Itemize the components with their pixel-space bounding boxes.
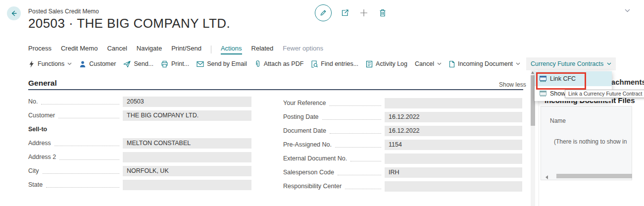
menu-item-credit-memo[interactable]: Credit Memo — [61, 45, 98, 54]
menu-item-cancel[interactable]: Cancel — [107, 45, 127, 54]
horizontal-scrollbar-thumb[interactable] — [556, 174, 632, 178]
field-value-posting-date[interactable]: 16.12.2022 — [385, 112, 522, 122]
dropdown-item-link-cfc[interactable]: Link CFC — [535, 71, 612, 86]
field-value-responsibility-center[interactable] — [385, 181, 522, 192]
toolbar-cancel-button[interactable]: Cancel — [415, 57, 442, 70]
send-icon — [123, 60, 131, 68]
field-row-posting-date: Posting Date 16.12.2022 — [283, 110, 522, 124]
toolbar-functions-button[interactable]: Functions — [28, 57, 72, 70]
field-row-salesperson-code: Salesperson Code IRH — [283, 165, 522, 179]
chevron-down-icon — [67, 62, 72, 65]
menu-item-navigate[interactable]: Navigate — [137, 45, 162, 54]
new-button[interactable] — [358, 7, 369, 18]
field-value-customer[interactable]: THE BIG COMPANY LTD. — [123, 110, 251, 121]
field-value-document-date[interactable]: 16.12.2022 — [385, 126, 522, 136]
dotted-leader — [58, 113, 119, 118]
toolbar-send-label: Send... — [134, 60, 153, 67]
field-label-document-date: Document Date — [283, 127, 326, 134]
page-action-icons — [315, 4, 388, 22]
back-button[interactable] — [7, 6, 21, 20]
toolbar-activity-log-button[interactable]: Activity Log — [366, 57, 407, 70]
document-icon — [449, 60, 455, 68]
toolbar-cancel-label: Cancel — [415, 60, 434, 67]
posted-sales-credit-memo-page: Posted Sales Credit Memo 20503 · THE BIG… — [0, 0, 644, 206]
chevron-down-icon — [437, 62, 442, 65]
toolbar-incoming-document-label: Incoming Document — [458, 60, 513, 67]
field-row-your-reference: Your Reference — [283, 96, 522, 110]
dotted-leader — [350, 156, 381, 161]
printer-icon — [161, 60, 168, 68]
field-value-pre-assigned-no[interactable]: 1154 — [385, 140, 522, 150]
scroll-up-arrow-icon[interactable] — [531, 71, 534, 74]
activity-log-icon — [366, 60, 373, 68]
field-label-salesperson-code: Salesperson Code — [283, 169, 334, 176]
chevron-down-icon — [607, 62, 611, 65]
field-label-state: State — [28, 181, 43, 188]
breadcrumb[interactable]: Posted Sales Credit Memo — [28, 8, 99, 15]
name-column-header[interactable]: Name — [550, 117, 566, 124]
field-row-state: State — [28, 178, 251, 192]
dotted-leader — [345, 184, 381, 189]
collapse-header-chevron-icon[interactable] — [625, 9, 630, 12]
menu-item-related[interactable]: Related — [251, 45, 274, 54]
person-icon — [79, 60, 86, 68]
toolbar-print-button[interactable]: Print... — [161, 57, 189, 70]
pencil-icon — [319, 9, 327, 17]
field-value-address-2[interactable] — [123, 152, 251, 162]
action-menu-bar: Process Credit Memo Cancel Navigate Prin… — [28, 45, 323, 54]
field-label-no: No. — [28, 98, 38, 105]
menu-item-print-send[interactable]: Print/Send — [171, 45, 201, 54]
empty-list-message: (There is nothing to show in — [554, 138, 627, 145]
toolbar-send-button[interactable]: Send... — [123, 57, 153, 70]
field-value-state[interactable] — [123, 180, 251, 190]
email-icon — [197, 61, 204, 67]
toolbar-incoming-document-button[interactable]: Incoming Document — [449, 57, 520, 70]
menu-divider — [211, 46, 211, 53]
dotted-leader — [330, 128, 381, 134]
toolbar-attach-as-pdf-button[interactable]: Attach as PDF — [254, 57, 304, 70]
field-value-no[interactable]: 20503 — [123, 97, 251, 107]
field-row-city: City NORFOLK, UK — [28, 164, 251, 178]
general-section-heading[interactable]: General — [28, 79, 57, 88]
dotted-leader — [54, 141, 119, 146]
field-label-responsibility-center: Responsibility Center — [283, 183, 342, 190]
show-cfc-icon — [540, 91, 546, 97]
field-row-document-date: Document Date 16.12.2022 — [283, 124, 522, 138]
toolbar-functions-label: Functions — [38, 60, 64, 67]
field-row-pre-assigned-no: Pre-Assigned No. 1154 — [283, 138, 522, 152]
share-button[interactable] — [340, 7, 350, 18]
toolbar-customer-button[interactable]: Customer — [79, 57, 116, 70]
general-heading-underline — [28, 89, 523, 90]
show-less-link[interactable]: Show less — [499, 81, 526, 88]
toolbar-activity-log-label: Activity Log — [376, 60, 407, 67]
link-cfc-tooltip: Link a Currency Future Contract — [565, 90, 644, 98]
field-value-salesperson-code[interactable]: IRH — [385, 167, 522, 178]
dotted-leader — [59, 154, 119, 160]
dotted-leader — [335, 142, 381, 148]
menu-item-actions[interactable]: Actions — [221, 45, 242, 54]
field-value-city[interactable]: NORFOLK, UK — [123, 166, 251, 176]
field-value-your-reference[interactable] — [385, 98, 522, 108]
actions-toolbar: Functions Customer Send... Print... Send… — [28, 57, 561, 70]
plus-icon — [359, 8, 368, 17]
menu-item-process[interactable]: Process — [28, 45, 51, 54]
field-row-responsibility-center: Responsibility Center — [283, 179, 522, 193]
field-value-address[interactable]: MELTON CONSTABEL — [123, 138, 251, 149]
trash-icon — [379, 8, 387, 17]
field-value-external-document-no[interactable] — [385, 154, 522, 164]
menu-item-fewer-options[interactable]: Fewer options — [283, 45, 323, 54]
dotted-leader — [322, 114, 381, 120]
toolbar-find-entries-label: Find entries... — [321, 60, 358, 67]
delete-button[interactable] — [377, 7, 388, 18]
field-label-address-2: Address 2 — [28, 154, 56, 160]
toolbar-send-by-email-button[interactable]: Send by Email — [197, 57, 247, 70]
toolbar-send-by-email-label: Send by Email — [207, 60, 247, 67]
field-label-posting-date: Posting Date — [283, 113, 319, 120]
toolbar-print-label: Print... — [171, 60, 189, 67]
field-row-no: No. 20503 — [28, 95, 251, 108]
scroll-left-arrow-icon[interactable] — [545, 175, 548, 179]
toolbar-currency-future-contracts-button[interactable]: Currency Future Contracts — [526, 57, 616, 70]
field-label-your-reference: Your Reference — [283, 100, 326, 106]
edit-button[interactable] — [315, 4, 332, 21]
toolbar-find-entries-button[interactable]: Find entries... — [311, 57, 358, 70]
